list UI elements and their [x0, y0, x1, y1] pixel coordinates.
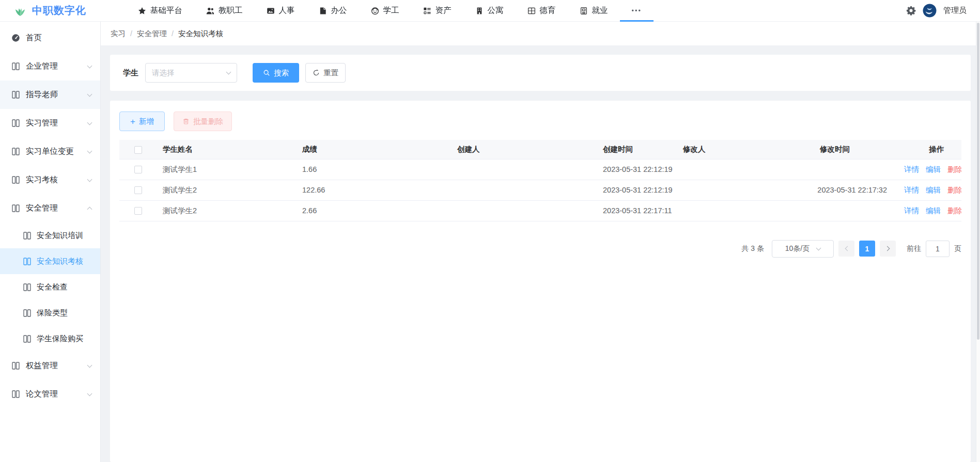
row-checkbox[interactable] — [134, 166, 142, 173]
col-header-modified-time: 修改时间 — [744, 140, 893, 159]
book-icon — [23, 257, 32, 266]
sidebar-subitem-safety-training[interactable]: 安全知识培训 — [0, 222, 100, 248]
staff-people-icon — [206, 7, 214, 15]
sidebar-subitem-safety-inspection[interactable]: 安全检查 — [0, 274, 100, 300]
student-select[interactable]: 请选择 — [145, 63, 237, 83]
chevron-down-icon — [87, 91, 92, 97]
scrollbar-thumb[interactable] — [977, 23, 979, 340]
more-ellipsis-icon: ••• — [632, 7, 642, 14]
settings-gear-icon[interactable] — [906, 6, 916, 15]
sidebar-item-label: 企业管理 — [26, 61, 82, 72]
select-all-checkbox[interactable] — [134, 146, 142, 154]
delete-link[interactable]: 删除 — [947, 186, 961, 194]
current-page-button[interactable]: 1 — [859, 241, 875, 257]
sidebar-item-internship[interactable]: 实习管理 — [0, 109, 100, 137]
sidebar-item-assessment[interactable]: 实习考核 — [0, 166, 100, 194]
breadcrumb-separator: / — [130, 29, 132, 38]
chevron-down-icon — [226, 70, 231, 75]
cell-modifier — [677, 200, 744, 221]
add-button[interactable]: + 新增 — [119, 111, 165, 131]
search-button-label: 搜索 — [274, 68, 289, 78]
chevron-down-icon — [87, 391, 92, 396]
sidebar-item-home[interactable]: 首页 — [0, 24, 100, 52]
cell-student-name: 测试学生1 — [157, 159, 296, 180]
prev-page-button[interactable] — [838, 241, 854, 257]
nav-item-platform[interactable]: 基础平台 — [126, 0, 194, 22]
page-unit-label: 页 — [954, 244, 961, 253]
sidebar-item-tutor[interactable]: 指导老师 — [0, 81, 100, 109]
dashboard-icon — [11, 34, 20, 42]
search-button[interactable]: 搜索 — [253, 63, 299, 83]
sidebar-subitem-label: 学生保险购买 — [37, 334, 83, 344]
detail-link[interactable]: 详情 — [904, 186, 919, 194]
main-area: 实习 / 安全管理 / 安全知识考核 学生 请选择 搜索 重置 — [101, 22, 980, 462]
nav-item-label: 人事 — [279, 5, 295, 16]
cell-created-time: 2023-05-31 22:12:19 — [597, 180, 677, 200]
table-row: 测试学生2 122.66 2023-05-31 22:12:19 2023-05… — [119, 180, 961, 200]
detail-link[interactable]: 详情 — [904, 206, 919, 215]
col-header-created-time: 创建时间 — [597, 140, 677, 159]
row-checkbox[interactable] — [134, 186, 142, 194]
add-button-label: 新增 — [139, 117, 154, 126]
table-card: + 新增 批量删除 学生姓名 成绩 — [110, 101, 971, 462]
sidebar-subitem-safety-exam[interactable]: 安全知识考核 — [0, 248, 100, 274]
sidebar-subitem-label: 安全知识培训 — [37, 231, 83, 241]
sidebar-item-label: 安全管理 — [26, 203, 82, 214]
row-checkbox[interactable] — [134, 207, 142, 215]
sidebar-subitem-insurance-type[interactable]: 保险类型 — [0, 300, 100, 326]
nav-item-moral-education[interactable]: 德育 — [516, 0, 568, 22]
cell-modified-time — [744, 200, 893, 221]
nav-item-assets[interactable]: 资产 — [411, 0, 463, 22]
edit-link[interactable]: 编辑 — [926, 186, 941, 194]
chevron-down-icon — [87, 63, 92, 68]
page-size-select[interactable]: 10条/页 — [772, 240, 834, 258]
navbar-right: 管理员 — [906, 4, 967, 18]
edit-link[interactable]: 编辑 — [926, 206, 941, 215]
sidebar-item-label: 首页 — [26, 33, 91, 43]
sidebar-item-safety[interactable]: 安全管理 — [0, 194, 100, 222]
batch-delete-label: 批量删除 — [193, 117, 223, 126]
sidebar-subitem-label: 安全检查 — [37, 282, 68, 292]
detail-link[interactable]: 详情 — [904, 165, 919, 173]
nav-item-employment[interactable]: 就业 — [568, 0, 620, 22]
vertical-scrollbar — [976, 22, 980, 462]
sidebar-item-label: 实习管理 — [26, 118, 82, 129]
student-face-icon — [371, 7, 379, 15]
sidebar-subitem-student-insurance[interactable]: 学生保险购买 — [0, 326, 100, 352]
sidebar-item-label: 实习单位变更 — [26, 146, 82, 157]
nav-item-hr[interactable]: 人事 — [255, 0, 307, 22]
breadcrumb-item[interactable]: 实习 — [111, 29, 126, 39]
batch-delete-button[interactable]: 批量删除 — [174, 111, 232, 131]
nav-item-apartment[interactable]: 公寓 — [463, 0, 516, 22]
delete-link[interactable]: 删除 — [947, 206, 961, 215]
next-page-button[interactable] — [880, 241, 896, 257]
delete-link[interactable]: 删除 — [947, 165, 961, 173]
user-name[interactable]: 管理员 — [943, 6, 967, 15]
pagination: 共 3 条 10条/页 1 前往 页 — [119, 240, 961, 258]
cell-creator — [451, 200, 597, 221]
cell-score: 122.66 — [296, 180, 451, 200]
sidebar-item-thesis[interactable]: 论文管理 — [0, 380, 100, 408]
user-avatar[interactable] — [923, 4, 937, 18]
book-icon — [11, 204, 20, 213]
edit-link[interactable]: 编辑 — [926, 165, 941, 173]
sidebar-item-rights[interactable]: 权益管理 — [0, 352, 100, 380]
nav-item-office[interactable]: 办公 — [307, 0, 359, 22]
nav-item-staff[interactable]: 教职工 — [194, 0, 255, 22]
cell-modified-time — [744, 159, 893, 180]
nav-item-student-affairs[interactable]: 学工 — [359, 0, 411, 22]
brand[interactable]: 中职数字化 — [13, 4, 112, 18]
nav-item-label: 就业 — [592, 5, 608, 16]
nav-item-more[interactable]: ••• — [620, 0, 654, 22]
goto-page: 前往 页 — [907, 241, 961, 257]
cell-modifier — [677, 159, 744, 180]
goto-page-input[interactable] — [926, 241, 950, 257]
sidebar-item-label: 论文管理 — [26, 389, 82, 400]
sidebar-item-unit-change[interactable]: 实习单位变更 — [0, 137, 100, 166]
reset-button[interactable]: 重置 — [305, 63, 346, 83]
star-icon — [138, 7, 146, 15]
brand-logo-leaf-icon — [13, 4, 27, 18]
breadcrumb-item[interactable]: 安全管理 — [137, 29, 167, 39]
sidebar-item-label: 权益管理 — [26, 360, 82, 371]
sidebar-item-enterprise[interactable]: 企业管理 — [0, 52, 100, 81]
